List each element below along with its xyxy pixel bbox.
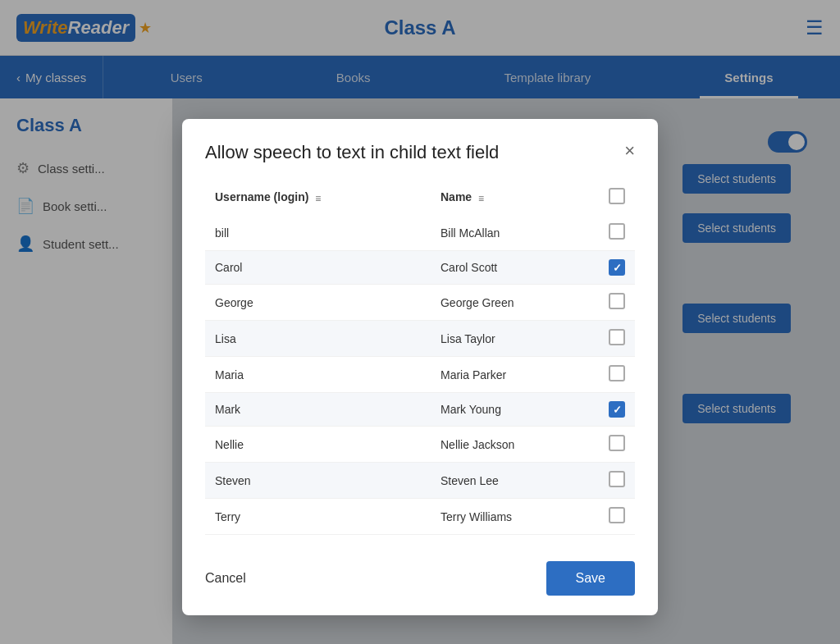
dialog-title: Allow speech to text in child text field	[205, 142, 499, 163]
student-name: Terry Williams	[431, 499, 599, 535]
student-name: Nellie Jackson	[431, 427, 599, 463]
student-username: bill	[205, 215, 431, 251]
save-button[interactable]: Save	[546, 561, 635, 596]
student-checkbox-cell	[599, 215, 635, 251]
student-name: Steven Lee	[431, 463, 599, 499]
table-row: MarkMark Young	[205, 393, 635, 427]
select-all-checkbox[interactable]	[609, 188, 625, 204]
select-all-column-header	[599, 180, 635, 215]
student-checkbox[interactable]	[609, 223, 625, 240]
cancel-button[interactable]: Cancel	[205, 571, 246, 586]
table-row: StevenSteven Lee	[205, 463, 635, 499]
student-checkbox-cell	[599, 499, 635, 535]
student-checkbox-cell	[599, 321, 635, 357]
username-column-header: Username (login) ≡	[205, 180, 431, 215]
dialog: Allow speech to text in child text field…	[182, 119, 658, 615]
student-checkbox-cell	[599, 463, 635, 499]
student-name: Bill McAllan	[431, 215, 599, 251]
student-username: Mark	[205, 393, 431, 427]
student-checkbox[interactable]	[609, 259, 625, 276]
student-checkbox[interactable]	[609, 293, 625, 309]
student-checkbox[interactable]	[609, 365, 625, 381]
student-checkbox[interactable]	[609, 401, 625, 418]
student-checkbox[interactable]	[609, 507, 625, 523]
table-row: TerryTerry Williams	[205, 499, 635, 535]
student-checkbox-cell	[599, 251, 635, 285]
student-username: George	[205, 285, 431, 321]
table-row: billBill McAllan	[205, 215, 635, 251]
student-username: Terry	[205, 499, 431, 535]
dialog-header: Allow speech to text in child text field…	[205, 142, 635, 163]
student-checkbox-cell	[599, 357, 635, 393]
username-filter-icon[interactable]: ≡	[315, 193, 321, 204]
name-column-header: Name ≡	[431, 180, 599, 215]
student-name: Maria Parker	[431, 357, 599, 393]
student-username: Carol	[205, 251, 431, 285]
student-checkbox[interactable]	[609, 329, 625, 345]
student-name: Carol Scott	[431, 251, 599, 285]
student-name: George Green	[431, 285, 599, 321]
student-name: Lisa Taylor	[431, 321, 599, 357]
student-checkbox-cell	[599, 285, 635, 321]
student-checkbox-cell	[599, 393, 635, 427]
table-row: GeorgeGeorge Green	[205, 285, 635, 321]
student-checkbox[interactable]	[609, 435, 625, 451]
student-checkbox[interactable]	[609, 471, 625, 487]
student-username: Steven	[205, 463, 431, 499]
table-row: LisaLisa Taylor	[205, 321, 635, 357]
dialog-footer: Cancel Save	[205, 551, 635, 596]
student-checkbox-cell	[599, 427, 635, 463]
student-username: Maria	[205, 357, 431, 393]
table-row: MariaMaria Parker	[205, 357, 635, 393]
student-username: Nellie	[205, 427, 431, 463]
table-row: NellieNellie Jackson	[205, 427, 635, 463]
close-button[interactable]: ×	[624, 142, 635, 160]
name-filter-icon[interactable]: ≡	[478, 193, 484, 204]
table-header-row: Username (login) ≡ Name ≡	[205, 180, 635, 215]
student-name: Mark Young	[431, 393, 599, 427]
student-username: Lisa	[205, 321, 431, 357]
students-table: Username (login) ≡ Name ≡ billBill McAll…	[205, 180, 635, 535]
table-row: CarolCarol Scott	[205, 251, 635, 285]
